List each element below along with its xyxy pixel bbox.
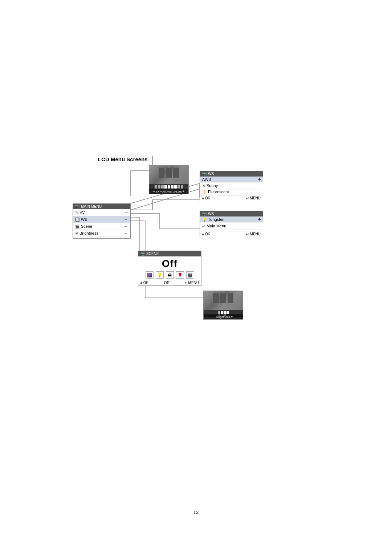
page-number: 12 [193, 510, 199, 515]
scene-icon-5: 🎬 [186, 271, 194, 279]
wb-item-sunny[interactable]: ✳ Sunny [200, 183, 263, 189]
menu-item-ev[interactable]: ✎ EV → [73, 209, 130, 216]
preview-brightness: – Brightness + [203, 291, 243, 320]
scene-footer: OK Off ↩ MENU [138, 280, 201, 285]
scene-icon-2: 💡 [156, 271, 164, 279]
mainmenu-arrow: → [256, 223, 261, 228]
wb-panel-2-footer: OK ↩ MENU [200, 231, 263, 237]
ev-arrow: → [124, 210, 128, 215]
camera-icon-scene: 📷 [140, 252, 145, 256]
main-menu-panel: 📷 MAIN MENU ✎ EV → 🔲 WB → 🎬 Scene → ✳ Br… [73, 203, 131, 239]
scene-icon-4: 🌹 [176, 271, 184, 279]
wb-panel-2-header: 📷 WB [200, 211, 263, 216]
camera-icon-wb1: 📷 [202, 172, 207, 176]
awb-selected [258, 178, 261, 181]
brightness-arrow: → [124, 231, 128, 236]
menu-item-wb[interactable]: 🔲 WB → [73, 216, 130, 223]
wb-item-mainmenu[interactable]: ↩ Main Menu → [200, 223, 263, 230]
wb-item-tungsten[interactable]: 💡 Tungsten [200, 216, 263, 223]
camera-icon-wb2: 📷 [202, 212, 207, 216]
preview-ev: – EXPOSURE VALUE + [149, 165, 189, 194]
menu-item-scene[interactable]: 🎬 Scene → [73, 223, 130, 230]
wb-item-awb[interactable]: AWB [200, 177, 263, 183]
wb-arrow: → [124, 217, 128, 222]
scene-icon-1: 🌆 [146, 271, 154, 279]
scene-icons-row: 🌆 💡 🏔 🌹 🎬 [138, 270, 201, 280]
brightness-label-plus: + [231, 315, 233, 319]
ev-label-plus: + [183, 190, 184, 193]
scene-icon-3: 🏔 [166, 271, 174, 279]
page-title: LCD Menu Screens [98, 156, 148, 162]
wb-panel-1: 📷 WB AWB ✳ Sunny 🔆 Fluorescent OK ↩ MENU [200, 171, 263, 201]
wb-panel-1-header: 📷 WB [200, 171, 263, 177]
wb-panel-2: 📷 WB 💡 Tungsten ↩ Main Menu → OK ↩ MENU [200, 211, 263, 237]
scene-panel-header: 📷 SCENE [138, 251, 201, 256]
wb-item-fluorescent[interactable]: 🔆 Fluorescent [200, 189, 263, 195]
tungsten-selected [258, 218, 261, 220]
camera-icon: 📷 [75, 204, 79, 208]
scene-arrow: → [124, 224, 128, 229]
scene-panel: 📷 SCENE Off 🌆 💡 🏔 🌹 🎬 OK Off ↩ MENU [138, 251, 201, 286]
menu-item-brightness[interactable]: ✳ Brightness → [73, 230, 130, 237]
scene-big-label: Off [138, 256, 201, 270]
wb-panel-1-footer: OK ↩ MENU [200, 195, 263, 201]
brightness-label-text: Brightness [216, 315, 230, 319]
ev-label-text: EXPOSURE VALUE [156, 190, 182, 193]
main-menu-header: 📷 MAIN MENU [73, 204, 130, 209]
ev-label-minus: – [153, 190, 155, 193]
brightness-label-minus: – [214, 315, 216, 319]
